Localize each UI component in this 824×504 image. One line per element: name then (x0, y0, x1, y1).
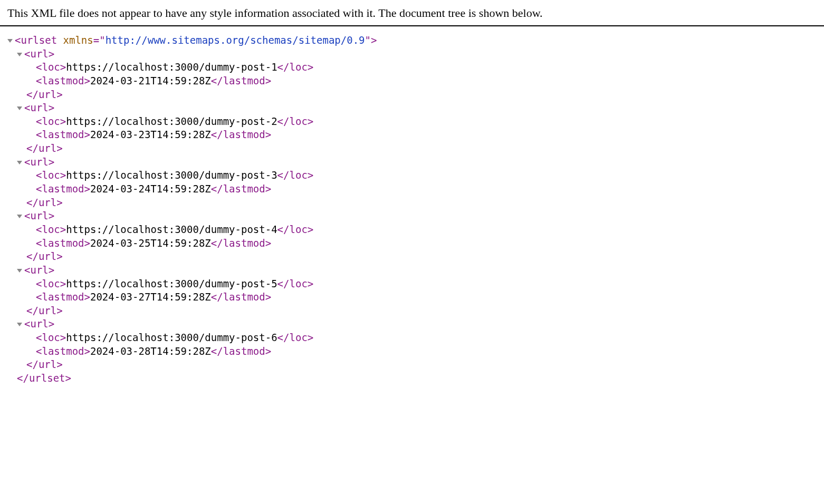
lastmod-value: 2024-03-28T14:59:28Z (90, 345, 211, 357)
lastmod-value: 2024-03-23T14:59:28Z (90, 129, 211, 140)
xml-url-open-line: <url> (7, 156, 824, 169)
tag-url: url (30, 102, 48, 113)
xml-loc-line: <loc>https://localhost:3000/dummy-post-6… (7, 331, 824, 345)
tag-lastmod: lastmod (42, 75, 84, 86)
tag-loc-close: loc (290, 61, 308, 73)
xml-lastmod-line: <lastmod>2024-03-28T14:59:28Z</lastmod> (7, 345, 824, 358)
xml-loc-line: <loc>https://localhost:3000/dummy-post-1… (7, 61, 824, 74)
tag-loc-close: loc (290, 224, 308, 235)
expand-caret-icon[interactable] (7, 39, 13, 43)
tag-loc-close: loc (290, 115, 308, 127)
tag-url-close: url (39, 358, 56, 370)
attr-xmlns-value: http://www.sitemaps.org/schemas/sitemap/… (106, 34, 365, 46)
xml-loc-line: <loc>https://localhost:3000/dummy-post-3… (7, 169, 824, 182)
tag-lastmod: lastmod (42, 291, 84, 303)
tag-url-close: url (39, 197, 56, 208)
tag-loc: loc (42, 278, 60, 289)
xml-url-close-line: </url> (7, 88, 824, 102)
tag-lastmod-close: lastmod (223, 183, 265, 195)
xml-url-close-line: </url> (7, 196, 824, 210)
xml-lastmod-line: <lastmod>2024-03-24T14:59:28Z</lastmod> (7, 182, 824, 196)
tag-url-close: url (39, 89, 56, 100)
tag-url: url (30, 318, 48, 329)
xml-no-style-warning: This XML file does not appear to have an… (0, 0, 824, 26)
loc-value: https://localhost:3000/dummy-post-1 (66, 61, 277, 73)
tag-url-close: url (39, 142, 56, 154)
xml-loc-line: <loc>https://localhost:3000/dummy-post-5… (7, 277, 824, 291)
tag-url: url (30, 210, 48, 221)
tag-url: url (30, 48, 48, 60)
loc-value: https://localhost:3000/dummy-post-4 (66, 224, 277, 235)
tag-loc-close: loc (290, 332, 308, 343)
tag-urlset: urlset (21, 34, 57, 46)
xml-loc-line: <loc>https://localhost:3000/dummy-post-2… (7, 115, 824, 129)
tag-url: url (30, 264, 48, 276)
tag-lastmod: lastmod (42, 237, 84, 249)
xml-url-close-line: </url> (7, 142, 824, 156)
loc-value: https://localhost:3000/dummy-post-3 (66, 169, 277, 181)
xml-tree: <urlset xmlns="http://www.sitemaps.org/s… (0, 26, 824, 385)
loc-value: https://localhost:3000/dummy-post-5 (66, 278, 277, 289)
xml-root-open-line: <urlset xmlns="http://www.sitemaps.org/s… (7, 34, 824, 47)
tag-loc-close: loc (290, 278, 308, 289)
tag-url-close: url (39, 305, 56, 316)
xml-url-close-line: </url> (7, 304, 824, 318)
tag-loc: loc (42, 332, 60, 343)
xml-lastmod-line: <lastmod>2024-03-21T14:59:28Z</lastmod> (7, 74, 824, 88)
xml-url-open-line: <url> (7, 264, 824, 277)
xml-url-open-line: <url> (7, 209, 824, 223)
xml-loc-line: <loc>https://localhost:3000/dummy-post-4… (7, 223, 824, 237)
expand-caret-icon[interactable] (17, 323, 22, 326)
lastmod-value: 2024-03-24T14:59:28Z (90, 183, 211, 195)
tag-loc: loc (42, 169, 60, 181)
expand-caret-icon[interactable] (17, 215, 22, 218)
tag-loc-close: loc (290, 169, 308, 181)
tag-lastmod: lastmod (42, 183, 84, 195)
expand-caret-icon[interactable] (17, 53, 22, 56)
tag-url: url (30, 156, 48, 168)
tag-loc: loc (42, 61, 60, 73)
tag-loc: loc (42, 115, 60, 127)
xml-url-open-line: <url> (7, 47, 824, 61)
tag-urlset-close: urlset (29, 372, 65, 384)
xml-lastmod-line: <lastmod>2024-03-23T14:59:28Z</lastmod> (7, 128, 824, 142)
tag-url-close: url (39, 250, 56, 262)
tag-lastmod: lastmod (42, 129, 84, 140)
xml-url-open-line: <url> (7, 317, 824, 331)
xml-url-close-line: </url> (7, 250, 824, 264)
expand-caret-icon[interactable] (17, 269, 22, 273)
tag-lastmod-close: lastmod (223, 237, 265, 249)
loc-value: https://localhost:3000/dummy-post-6 (66, 332, 277, 343)
tag-lastmod-close: lastmod (223, 291, 265, 303)
lastmod-value: 2024-03-21T14:59:28Z (90, 75, 211, 86)
loc-value: https://localhost:3000/dummy-post-2 (66, 115, 277, 127)
lastmod-value: 2024-03-25T14:59:28Z (90, 237, 211, 249)
xml-lastmod-line: <lastmod>2024-03-27T14:59:28Z</lastmod> (7, 290, 824, 304)
xml-url-open-line: <url> (7, 101, 824, 115)
tag-lastmod-close: lastmod (223, 129, 265, 140)
expand-caret-icon[interactable] (17, 106, 22, 110)
expand-caret-icon[interactable] (17, 161, 22, 164)
xml-url-close-line: </url> (7, 358, 824, 372)
lastmod-value: 2024-03-27T14:59:28Z (90, 291, 211, 303)
tag-lastmod-close: lastmod (223, 345, 265, 357)
attr-xmlns: xmlns (63, 34, 93, 46)
xml-lastmod-line: <lastmod>2024-03-25T14:59:28Z</lastmod> (7, 237, 824, 250)
tag-lastmod-close: lastmod (223, 75, 265, 86)
tag-lastmod: lastmod (42, 345, 84, 357)
xml-root-close-line: </urlset> (7, 372, 824, 385)
tag-loc: loc (42, 224, 60, 235)
